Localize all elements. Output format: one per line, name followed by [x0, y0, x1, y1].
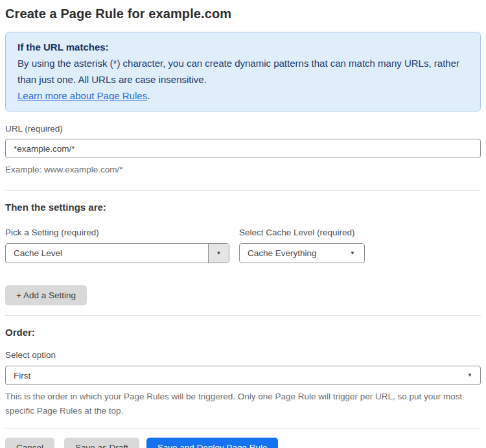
settings-section-heading: Then the settings are:	[5, 202, 481, 213]
url-field-label: URL (required)	[5, 124, 481, 134]
cache-level-value: Cache Everything	[240, 248, 346, 258]
cache-level-label: Select Cache Level (required)	[239, 228, 365, 237]
save-and-deploy-button[interactable]: Save and Deploy Page Rule	[146, 438, 279, 448]
learn-more-link[interactable]: Learn more about Page Rules	[17, 90, 147, 101]
setting-picker-dropdown[interactable]: Cache Level ▼	[5, 243, 229, 263]
info-box-link-line: Learn more about Page Rules.	[17, 88, 469, 104]
url-field-helper: Example: www.example.com/*	[5, 163, 481, 177]
order-helper-text: This is the order in which your Page Rul…	[5, 390, 481, 418]
info-box-heading: If the URL matches:	[17, 39, 469, 55]
url-input[interactable]	[5, 139, 481, 158]
cancel-button[interactable]: Cancel	[5, 438, 54, 448]
setting-picker-label: Pick a Setting (required)	[5, 228, 229, 237]
footer-divider	[5, 428, 481, 429]
order-select-label: Select option	[5, 350, 481, 360]
page-title: Create a Page Rule for example.com	[5, 6, 481, 21]
section-divider	[5, 190, 481, 191]
chevron-down-icon: ▼	[216, 251, 222, 256]
url-match-info-box: If the URL matches: By using the asteris…	[5, 32, 481, 112]
order-select[interactable]: First ▼	[5, 366, 481, 385]
link-suffix: .	[147, 90, 150, 101]
setting-picker-value: Cache Level	[6, 248, 208, 258]
cache-level-dropdown[interactable]: Cache Everything ▼	[239, 243, 365, 263]
info-box-body: By using the asterisk (*) character, you…	[17, 55, 469, 88]
save-as-draft-button[interactable]: Save as Draft	[64, 438, 139, 448]
add-setting-button[interactable]: + Add a Setting	[5, 285, 87, 305]
page-rule-form: Create a Page Rule for example.com If th…	[0, 0, 486, 448]
chevron-down-icon: ▼	[459, 373, 480, 378]
order-section-heading: Order:	[5, 327, 481, 338]
settings-row: Pick a Setting (required) Cache Level ▼ …	[5, 228, 481, 263]
section-divider	[5, 315, 481, 316]
chevron-down-icon: ▼	[346, 251, 364, 256]
setting-picker-column: Pick a Setting (required) Cache Level ▼	[5, 228, 229, 263]
cache-level-column: Select Cache Level (required) Cache Ever…	[239, 228, 365, 263]
order-select-value: First	[6, 371, 459, 381]
form-actions: Cancel Save as Draft Save and Deploy Pag…	[5, 438, 481, 448]
dropdown-arrow-button[interactable]: ▼	[208, 244, 229, 263]
